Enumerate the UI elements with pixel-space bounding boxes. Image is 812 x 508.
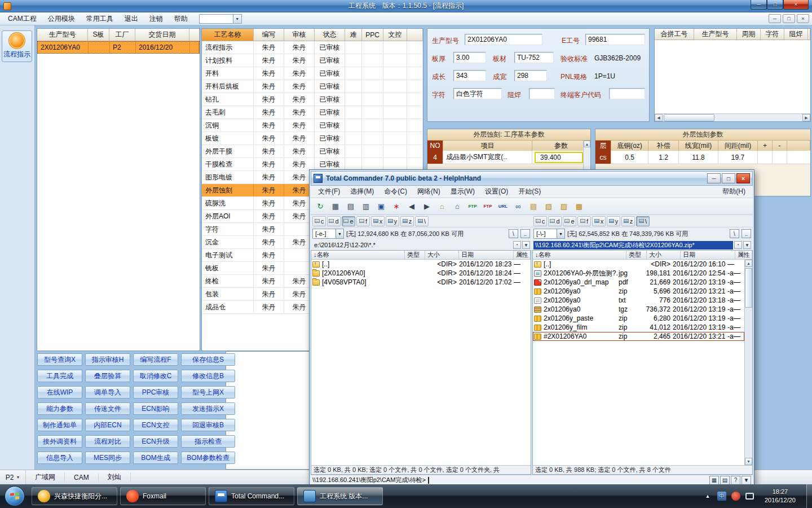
favorites-button[interactable]: * [734,241,742,249]
tc-titlebar[interactable]: Total Commander 7.0 public beta 2 - Help… [311,171,753,186]
task-button[interactable]: Total Command... [209,487,294,505]
process-row[interactable]: 流程指示 朱丹 朱丹 已审核 [202,41,423,54]
drive-button[interactable]: e [342,216,355,226]
column-header[interactable]: 审核 [284,29,315,41]
file-row[interactable]: [2X01206YA0] <DIR> 2016/12/20 18:24 — [311,269,531,278]
mdi-restore-button[interactable]: □ [783,14,795,23]
close-button[interactable]: × [783,0,809,10]
column-header[interactable]: 大小 [425,251,459,259]
menu-combobox[interactable]: ▼ [199,14,242,24]
drive-button[interactable]: c [312,216,326,226]
action-button[interactable]: 保存信息S [181,353,235,366]
action-button[interactable]: 编写流程F [133,353,178,366]
action-button[interactable]: 接外调资料 [37,435,82,448]
material-field[interactable]: TU-752 [514,52,554,63]
root-dir-button[interactable]: \ [509,229,518,238]
process-row[interactable]: 开料 朱丹 朱丹 已审核 [202,67,423,80]
file-row[interactable]: [4V058VPTA0] <DIR> 2016/12/20 17:02 — [311,278,531,287]
scroll-left-icon[interactable]: ◀ [655,114,663,121]
column-header[interactable]: ↓名称 [311,251,405,259]
display-icon[interactable] [745,493,754,500]
tc-command-line[interactable]: \\192.168.60.241\衡阳p2\CAM完成\待检> ▦▤? ▼ [311,475,753,485]
action-button[interactable]: 指示检查 [181,435,235,448]
action-button[interactable]: 指示审核H [85,353,130,366]
action-button[interactable]: 内部ECN [85,419,130,431]
drive-button[interactable]: f [577,216,591,226]
column-header[interactable]: 属性 [514,251,531,259]
process-row[interactable]: 钻孔 朱丹 朱丹 已审核 [202,93,423,106]
column-header[interactable]: 周期 [737,29,761,40]
tc-toolbar-button[interactable]: ⌂ [435,200,449,213]
parent-dir-button[interactable]: .. [520,229,530,238]
action-button[interactable]: 回退审核B [181,419,235,431]
process-row[interactable]: 开料后烘板 朱丹 朱丹 已审核 [202,80,423,93]
action-button[interactable]: BOM参数检查 [181,452,235,464]
tc-menu-item[interactable]: 显示(W) [445,186,480,198]
root-dir-button[interactable]: \ [730,229,739,238]
scrollbar-thumb[interactable] [745,268,752,308]
mdi-close-button[interactable]: × [797,14,809,23]
tc-toolbar-button[interactable]: FTP [465,200,480,213]
tc-minimize-button[interactable]: ─ [707,173,721,183]
drive-button[interactable]: e [563,216,576,226]
drive-button[interactable]: \ [636,216,650,226]
client-code-field[interactable] [609,88,645,99]
column-header[interactable]: 生产型号 [37,29,88,41]
action-button[interactable]: ECN影响 [133,402,178,415]
action-button[interactable]: 叠层验算 [85,370,130,382]
column-header[interactable]: 文控 [383,29,407,41]
action-button[interactable]: 发送指示X [181,402,235,415]
tc-toolbar-button[interactable]: ▶ [420,200,434,213]
menu-item[interactable]: 注销 [144,12,169,25]
action-button[interactable]: 工具完成 [37,370,82,382]
column-header[interactable]: 类型 [405,251,425,259]
column-header[interactable]: PPC [362,29,383,41]
task-button[interactable]: 兴森快捷衡阳分... [32,487,117,505]
column-header[interactable]: 状态 [315,29,345,41]
notification-icon[interactable] [731,492,740,501]
tc-toolbar-button[interactable]: ▩ [572,200,586,213]
drive-button[interactable]: z [621,216,635,226]
show-desktop-button[interactable] [806,484,812,508]
order-row-selected[interactable]: 2X01206YA0 P2 2016/12/20 [37,41,200,54]
action-button[interactable]: 取消修改C [133,370,178,382]
action-button[interactable]: 型号上网X [181,386,235,398]
drive-button[interactable]: f [356,216,370,226]
drive-button[interactable]: y [607,216,620,226]
model-field[interactable]: 2X01206YA0 [465,34,542,45]
current-path[interactable]: e:\2016\12月\12-20\*.* [312,241,512,249]
tc-toolbar-button[interactable]: ∞ [511,200,526,213]
tc-toolbar-button[interactable]: ↻ [313,200,328,213]
column-header[interactable]: 日期 [459,251,514,259]
action-button[interactable]: PPC审核 [133,386,178,398]
drive-button[interactable]: z [400,216,414,226]
column-header[interactable]: 字符 [761,29,784,40]
cmd-tool-button[interactable]: ▤ [720,476,730,485]
task-button[interactable]: Foxmail [120,487,206,505]
column-header[interactable]: 合拼工号 [655,29,694,40]
file-row[interactable]: [..] <DIR> 2016/12/20 16:10 — [533,260,744,269]
silkscreen-field[interactable]: 白色字符 [453,88,502,99]
horizontal-scrollbar[interactable]: ◀ ▶ [655,113,810,121]
file-row[interactable]: [..] <DIR> 2016/12/20 18:23 — [311,260,531,269]
drive-button[interactable]: x [371,216,385,226]
menu-item[interactable]: 帮助 [169,12,193,25]
taskbar-clock[interactable]: 18:27 2016/12/20 [765,488,796,505]
tc-toolbar-button[interactable]: ▥ [359,200,373,213]
scrollbar-thumb[interactable] [664,114,714,121]
drive-button[interactable]: d [327,216,341,226]
action-button[interactable]: ECN文控 [133,419,178,431]
action-button[interactable]: 型号查询X [37,353,82,366]
scroll-up-icon[interactable]: ▲ [745,260,752,267]
action-button[interactable]: 能力参数 [37,402,82,415]
scroll-up-icon[interactable]: ▲ [584,141,590,147]
file-row[interactable]: #2X01206YA0 zip 2,465 2016/12/20 13:21 -… [533,332,744,341]
tc-toolbar-button[interactable]: FTP [480,200,495,213]
tc-close-button[interactable]: × [736,173,750,183]
tc-toolbar-button[interactable]: ⌂ [450,200,465,213]
file-row[interactable]: 2x01206ya0 txt 776 2016/12/20 13:18 -a— [533,296,744,305]
column-header[interactable]: 属性 [735,251,752,259]
menu-item[interactable]: 退出 [119,12,144,25]
mdi-minimize-button[interactable]: ─ [769,14,781,23]
tc-toolbar-button[interactable]: ∗ [389,200,404,213]
